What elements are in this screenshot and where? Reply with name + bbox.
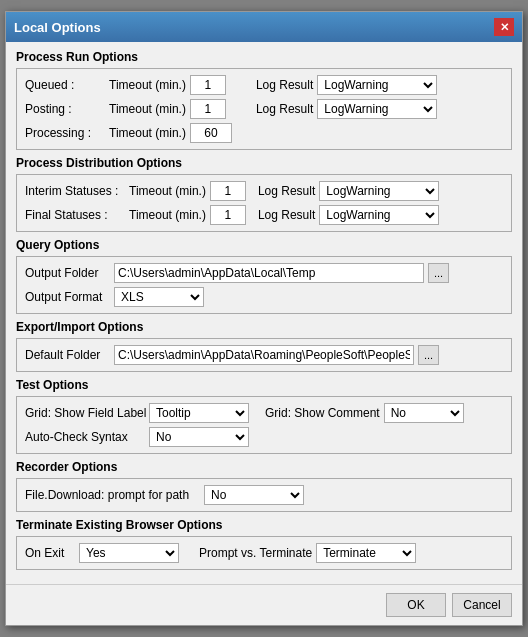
- queued-row: Queued : Timeout (min.) Log Result LogWa…: [25, 75, 503, 95]
- on-exit-label: On Exit: [25, 546, 75, 560]
- export-import-options-header: Export/Import Options: [16, 320, 512, 334]
- test-options-section: Grid: Show Field Label Tooltip Yes No Gr…: [16, 396, 512, 454]
- posting-timeout-label: Timeout (min.): [109, 102, 186, 116]
- file-download-select[interactable]: No Yes: [204, 485, 304, 505]
- output-folder-label: Output Folder: [25, 266, 110, 280]
- title-bar: Local Options ✕: [6, 12, 522, 42]
- output-format-label: Output Format: [25, 290, 110, 304]
- dialog-title: Local Options: [14, 20, 101, 35]
- final-row: Final Statuses : Timeout (min.) Log Resu…: [25, 205, 503, 225]
- query-options-header: Query Options: [16, 238, 512, 252]
- test-options-header: Test Options: [16, 378, 512, 392]
- interim-log-label: Log Result: [258, 184, 315, 198]
- final-timeout-input[interactable]: [210, 205, 246, 225]
- close-button[interactable]: ✕: [494, 18, 514, 36]
- posting-row: Posting : Timeout (min.) Log Result LogW…: [25, 99, 503, 119]
- bottom-bar: OK Cancel: [6, 584, 522, 625]
- interim-row: Interim Statuses : Timeout (min.) Log Re…: [25, 181, 503, 201]
- output-folder-input[interactable]: [114, 263, 424, 283]
- queued-timeout-input[interactable]: [190, 75, 226, 95]
- process-run-options-header: Process Run Options: [16, 50, 512, 64]
- output-folder-row: Output Folder ...: [25, 263, 503, 283]
- autocheck-label: Auto-Check Syntax: [25, 430, 145, 444]
- default-folder-label: Default Folder: [25, 348, 110, 362]
- final-label: Final Statuses :: [25, 208, 125, 222]
- prompt-vs-terminate-select[interactable]: Terminate Prompt: [316, 543, 416, 563]
- output-folder-browse-button[interactable]: ...: [428, 263, 449, 283]
- terminate-options-section: On Exit Yes No Prompt vs. Terminate Term…: [16, 536, 512, 570]
- posting-log-label: Log Result: [256, 102, 313, 116]
- default-folder-input[interactable]: [114, 345, 414, 365]
- posting-timeout-input[interactable]: [190, 99, 226, 119]
- processing-timeout-label: Timeout (min.): [109, 126, 186, 140]
- prompt-vs-terminate-label: Prompt vs. Terminate: [199, 546, 312, 560]
- autocheck-row: Auto-Check Syntax No Yes: [25, 427, 503, 447]
- ok-button[interactable]: OK: [386, 593, 446, 617]
- terminate-options-header: Terminate Existing Browser Options: [16, 518, 512, 532]
- grid-show-comment-select[interactable]: No Yes: [384, 403, 464, 423]
- default-folder-row: Default Folder ...: [25, 345, 503, 365]
- on-exit-row: On Exit Yes No Prompt vs. Terminate Term…: [25, 543, 503, 563]
- queued-log-select[interactable]: LogWarning LogError LogNone: [317, 75, 437, 95]
- grid-show-field-label: Grid: Show Field Label: [25, 406, 145, 420]
- posting-log-select[interactable]: LogWarning LogError LogNone: [317, 99, 437, 119]
- export-import-options-section: Default Folder ...: [16, 338, 512, 372]
- process-run-options-section: Queued : Timeout (min.) Log Result LogWa…: [16, 68, 512, 150]
- autocheck-select[interactable]: No Yes: [149, 427, 249, 447]
- interim-label: Interim Statuses :: [25, 184, 125, 198]
- interim-timeout-input[interactable]: [210, 181, 246, 201]
- grid-show-comment-label: Grid: Show Comment: [265, 406, 380, 420]
- output-format-select[interactable]: XLS CSV PDF: [114, 287, 204, 307]
- grid-show-field-row: Grid: Show Field Label Tooltip Yes No Gr…: [25, 403, 503, 423]
- processing-timeout-input[interactable]: [190, 123, 232, 143]
- queued-timeout-label: Timeout (min.): [109, 78, 186, 92]
- process-dist-options-header: Process Distribution Options: [16, 156, 512, 170]
- file-download-label: File.Download: prompt for path: [25, 488, 200, 502]
- dialog-body: Process Run Options Queued : Timeout (mi…: [6, 42, 522, 584]
- queued-log-label: Log Result: [256, 78, 313, 92]
- posting-label: Posting :: [25, 102, 105, 116]
- interim-log-select[interactable]: LogWarning LogError LogNone: [319, 181, 439, 201]
- recorder-options-header: Recorder Options: [16, 460, 512, 474]
- query-options-section: Output Folder ... Output Format XLS CSV …: [16, 256, 512, 314]
- processing-row: Processing : Timeout (min.): [25, 123, 503, 143]
- file-download-row: File.Download: prompt for path No Yes: [25, 485, 503, 505]
- queued-label: Queued :: [25, 78, 105, 92]
- final-timeout-label: Timeout (min.): [129, 208, 206, 222]
- on-exit-select[interactable]: Yes No: [79, 543, 179, 563]
- default-folder-browse-button[interactable]: ...: [418, 345, 439, 365]
- interim-timeout-label: Timeout (min.): [129, 184, 206, 198]
- final-log-label: Log Result: [258, 208, 315, 222]
- cancel-button[interactable]: Cancel: [452, 593, 512, 617]
- dialog-window: Local Options ✕ Process Run Options Queu…: [5, 11, 523, 626]
- recorder-options-section: File.Download: prompt for path No Yes: [16, 478, 512, 512]
- process-dist-options-section: Interim Statuses : Timeout (min.) Log Re…: [16, 174, 512, 232]
- final-log-select[interactable]: LogWarning LogError LogNone: [319, 205, 439, 225]
- grid-show-field-select[interactable]: Tooltip Yes No: [149, 403, 249, 423]
- output-format-row: Output Format XLS CSV PDF: [25, 287, 503, 307]
- processing-label: Processing :: [25, 126, 105, 140]
